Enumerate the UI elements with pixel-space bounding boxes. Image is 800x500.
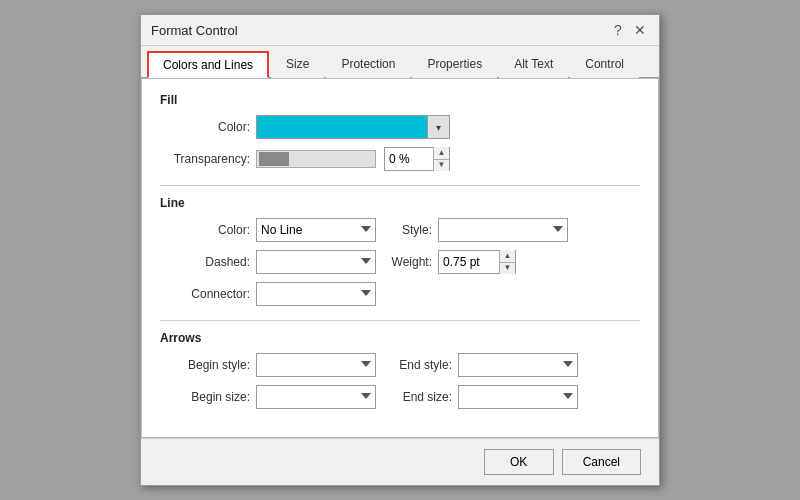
line-section: Line Color: No Line Style: Dashed: Weigh… xyxy=(160,196,640,306)
fill-color-label: Color: xyxy=(160,120,250,134)
line-section-label: Line xyxy=(160,196,640,210)
weight-spinbox[interactable]: ▲ ▼ xyxy=(438,250,516,274)
line-color-label: Color: xyxy=(160,223,250,237)
fill-color-swatch xyxy=(257,116,427,138)
fill-color-dropdown-icon[interactable]: ▾ xyxy=(427,116,449,138)
style-label: Style: xyxy=(382,223,432,237)
connector-row: Connector: xyxy=(160,282,640,306)
footer: OK Cancel xyxy=(141,438,659,485)
arrows-section-label: Arrows xyxy=(160,331,640,345)
transparency-slider-wrap: ▲ ▼ xyxy=(256,147,640,171)
transparency-spinbox[interactable]: ▲ ▼ xyxy=(384,147,450,171)
transparency-row: Transparency: ▲ ▼ xyxy=(160,147,640,171)
tab-protection[interactable]: Protection xyxy=(326,51,410,78)
tab-bar: Colors and Lines Size Protection Propert… xyxy=(141,46,659,78)
title-bar: Format Control ? ✕ xyxy=(141,15,659,46)
transparency-input[interactable] xyxy=(385,148,433,170)
weight-spin-down[interactable]: ▼ xyxy=(500,263,515,275)
tab-size[interactable]: Size xyxy=(271,51,324,78)
cancel-button[interactable]: Cancel xyxy=(562,449,641,475)
end-size-label: End size: xyxy=(382,390,452,404)
arrows-section: Arrows Begin style: End style: Begin siz… xyxy=(160,331,640,409)
weight-spin-up[interactable]: ▲ xyxy=(500,250,515,263)
transparency-slider[interactable] xyxy=(256,150,376,168)
begin-style-row: Begin style: End style: xyxy=(160,353,640,377)
tab-content: Fill Color: ▾ Transparency: ▲ xyxy=(141,78,659,438)
weight-label: Weight: xyxy=(382,255,432,269)
line-dashed-row: Dashed: Weight: ▲ ▼ xyxy=(160,250,640,274)
fill-section-label: Fill xyxy=(160,93,640,107)
spin-down-button[interactable]: ▼ xyxy=(434,160,449,172)
dashed-label: Dashed: xyxy=(160,255,250,269)
begin-style-select[interactable] xyxy=(256,353,376,377)
line-color-select[interactable]: No Line xyxy=(256,218,376,242)
slider-thumb xyxy=(259,152,289,166)
connector-label: Connector: xyxy=(160,287,250,301)
help-button[interactable]: ? xyxy=(609,21,627,39)
line-color-row: Color: No Line Style: xyxy=(160,218,640,242)
title-bar-controls: ? ✕ xyxy=(609,21,649,39)
begin-size-label: Begin size: xyxy=(160,390,250,404)
transparency-label: Transparency: xyxy=(160,152,250,166)
close-button[interactable]: ✕ xyxy=(631,21,649,39)
weight-spinbox-arrows: ▲ ▼ xyxy=(499,250,515,274)
line-style-select[interactable] xyxy=(438,218,568,242)
end-style-label: End style: xyxy=(382,358,452,372)
spin-up-button[interactable]: ▲ xyxy=(434,147,449,160)
connector-select[interactable] xyxy=(256,282,376,306)
begin-style-label: Begin style: xyxy=(160,358,250,372)
end-size-select[interactable] xyxy=(458,385,578,409)
transparency-spinbox-arrows: ▲ ▼ xyxy=(433,147,449,171)
begin-size-row: Begin size: End size: xyxy=(160,385,640,409)
tab-colors-lines[interactable]: Colors and Lines xyxy=(147,51,269,78)
format-control-dialog: Format Control ? ✕ Colors and Lines Size… xyxy=(140,14,660,486)
end-style-select[interactable] xyxy=(458,353,578,377)
fill-color-button[interactable]: ▾ xyxy=(256,115,450,139)
tab-control[interactable]: Control xyxy=(570,51,639,78)
fill-color-row: Color: ▾ xyxy=(160,115,640,139)
fill-section: Fill Color: ▾ Transparency: ▲ xyxy=(160,93,640,171)
weight-input[interactable] xyxy=(439,251,499,273)
dialog-title: Format Control xyxy=(151,23,238,38)
dashed-select[interactable] xyxy=(256,250,376,274)
tab-properties[interactable]: Properties xyxy=(412,51,497,78)
begin-size-select[interactable] xyxy=(256,385,376,409)
tab-alt-text[interactable]: Alt Text xyxy=(499,51,568,78)
ok-button[interactable]: OK xyxy=(484,449,554,475)
